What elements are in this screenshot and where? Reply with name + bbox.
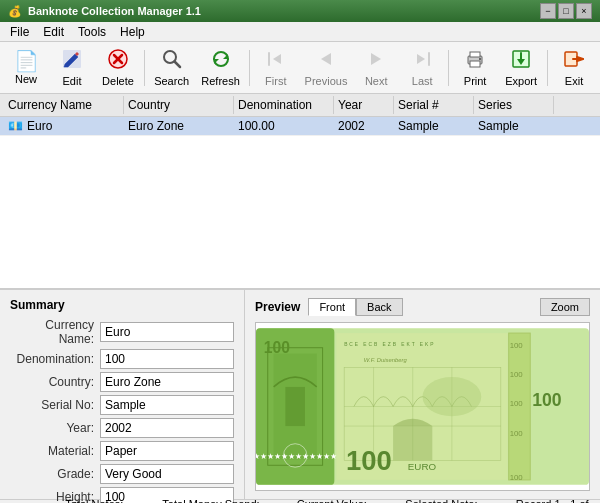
svg-text:100: 100 — [532, 391, 562, 411]
toolbar-sep-3 — [448, 50, 449, 86]
previous-label: Previous — [305, 75, 348, 87]
summary-row-grade: Grade: Very Good — [10, 464, 234, 484]
summary-row-material: Material: Paper — [10, 441, 234, 461]
search-button[interactable]: Search — [149, 46, 194, 90]
value-year: 2002 — [100, 418, 234, 438]
exit-icon — [563, 48, 585, 73]
value-currency-name: Euro — [100, 322, 234, 342]
summary-row-serial: Serial No: Sample — [10, 395, 234, 415]
preview-tabs: Front Back — [308, 298, 402, 316]
cell-series: Sample — [474, 118, 554, 134]
label-currency-name: Currency Name: — [10, 318, 100, 346]
summary-row-year: Year: 2002 — [10, 418, 234, 438]
first-label: First — [265, 75, 286, 87]
menu-tools[interactable]: Tools — [72, 24, 112, 40]
col-serial: Serial # — [394, 96, 474, 114]
table-row[interactable]: 💶 Euro Euro Zone 100.00 2002 Sample Samp… — [0, 117, 600, 136]
last-button[interactable]: Last — [400, 46, 444, 90]
status-total-notes: Total Notes: 1 — [65, 498, 129, 504]
menu-edit[interactable]: Edit — [37, 24, 70, 40]
refresh-button[interactable]: Refresh — [196, 46, 245, 90]
menu-file[interactable]: File — [4, 24, 35, 40]
value-country: Euro Zone — [100, 372, 234, 392]
toolbar-sep-4 — [547, 50, 548, 86]
svg-text:100: 100 — [346, 445, 392, 476]
delete-button[interactable]: Delete — [96, 46, 140, 90]
close-button[interactable]: × — [576, 3, 592, 19]
preview-image-area: ★★★★★★★★★★★★ 100 — [255, 322, 590, 491]
value-serial: Sample — [100, 395, 234, 415]
next-button[interactable]: Next — [354, 46, 398, 90]
title-bar-left: 💰 Banknote Collection Manager 1.1 — [8, 5, 201, 18]
minimize-button[interactable]: − — [540, 3, 556, 19]
export-icon — [510, 48, 532, 73]
cell-serial: Sample — [394, 118, 474, 134]
app-icon: 💰 — [8, 5, 22, 18]
summary-row-denomination: Denomination: 100 — [10, 349, 234, 369]
status-selected-note: Selected Note: 1 — [405, 498, 483, 504]
value-material: Paper — [100, 441, 234, 461]
svg-marker-9 — [273, 54, 281, 64]
svg-text:100: 100 — [510, 429, 524, 438]
new-button[interactable]: 📄 New — [4, 46, 48, 90]
table-header: Currency Name Country Denomination Year … — [0, 94, 600, 117]
app-title: Banknote Collection Manager 1.1 — [28, 5, 201, 17]
bottom-section: Summary Currency Name: Euro Denomination… — [0, 289, 600, 499]
cell-year: 2002 — [334, 118, 394, 134]
cell-currency-name: 💶 Euro — [4, 118, 124, 134]
label-serial: Serial No: — [10, 398, 100, 412]
toolbar-sep-1 — [144, 50, 145, 86]
edit-button[interactable]: Edit — [50, 46, 94, 90]
exit-label: Exit — [565, 75, 583, 87]
value-grade: Very Good — [100, 464, 234, 484]
label-grade: Grade: — [10, 467, 100, 481]
export-label: Export — [505, 75, 537, 87]
maximize-button[interactable]: □ — [558, 3, 574, 19]
svg-text:100: 100 — [264, 339, 290, 356]
preview-title: Preview — [255, 300, 300, 314]
title-bar-controls: − □ × — [540, 3, 592, 19]
tab-front[interactable]: Front — [308, 298, 356, 316]
col-year: Year — [334, 96, 394, 114]
first-icon — [265, 48, 287, 73]
col-country: Country — [124, 96, 234, 114]
svg-text:W.F. Duisenberg: W.F. Duisenberg — [364, 357, 408, 363]
status-total-money: Total Money Spend: 0 — [162, 498, 263, 504]
value-denomination: 100 — [100, 349, 234, 369]
svg-point-51 — [423, 377, 482, 416]
svg-text:BCE ECB EZB EKT EKP: BCE ECB EZB EKT EKP — [344, 342, 435, 347]
menu-bar: File Edit Tools Help — [0, 22, 600, 42]
first-button[interactable]: First — [254, 46, 298, 90]
search-icon — [161, 48, 183, 73]
col-denomination: Denomination — [234, 96, 334, 114]
status-record: Record 1 - 1 of 1 — [516, 498, 594, 504]
banknote-icon: 💶 — [8, 119, 23, 133]
svg-text:★★★★★★★★★★★★: ★★★★★★★★★★★★ — [256, 452, 337, 461]
svg-rect-15 — [470, 61, 480, 67]
label-year: Year: — [10, 421, 100, 435]
svg-rect-38 — [393, 426, 432, 460]
summary-panel: Summary Currency Name: Euro Denomination… — [0, 289, 245, 499]
preview-panel: Preview Front Back Zoom — [245, 289, 600, 499]
new-label: New — [15, 73, 37, 85]
svg-marker-10 — [321, 53, 331, 65]
svg-text:100: 100 — [510, 473, 524, 482]
cell-denomination: 100.00 — [234, 118, 334, 134]
exit-button[interactable]: Exit — [552, 46, 596, 90]
last-label: Last — [412, 75, 433, 87]
svg-rect-27 — [285, 387, 305, 426]
svg-text:100: 100 — [510, 341, 524, 350]
export-button[interactable]: Export — [499, 46, 543, 90]
delete-icon — [107, 48, 129, 73]
delete-label: Delete — [102, 75, 134, 87]
search-label: Search — [154, 75, 189, 87]
menu-help[interactable]: Help — [114, 24, 151, 40]
zoom-button[interactable]: Zoom — [540, 298, 590, 316]
svg-text:EURO: EURO — [408, 461, 437, 472]
status-current-value: Current Value: 0 — [297, 498, 373, 504]
refresh-icon — [210, 48, 232, 73]
tab-back[interactable]: Back — [356, 298, 402, 316]
print-button[interactable]: Print — [453, 46, 497, 90]
previous-button[interactable]: Previous — [300, 46, 352, 90]
svg-text:100: 100 — [510, 400, 524, 409]
